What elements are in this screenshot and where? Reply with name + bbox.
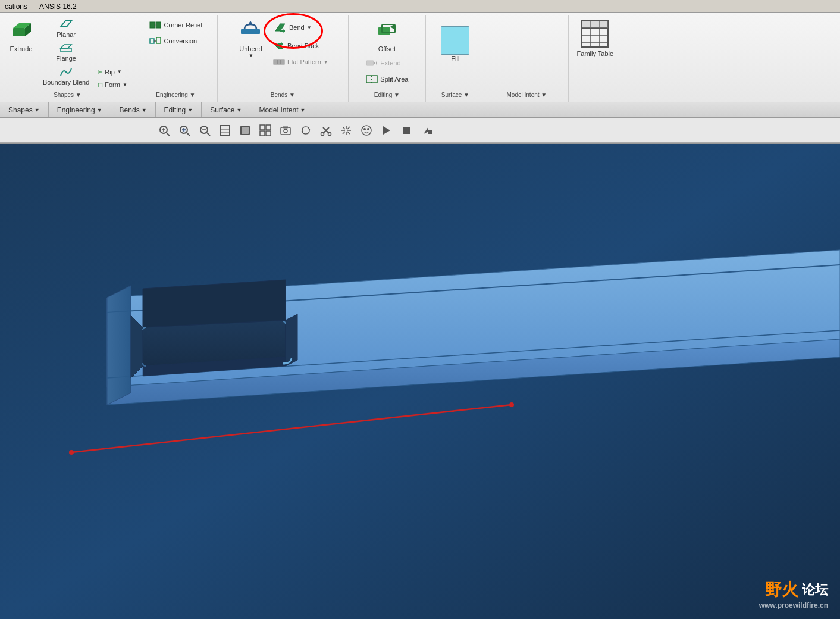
split-area-label: Split Area: [380, 76, 408, 83]
shapes-group: Extrude Planar: [1, 15, 134, 102]
display-style-button[interactable]: [236, 121, 255, 140]
tab-model-intent-arrow: ▼: [300, 107, 306, 113]
arrow-button[interactable]: [418, 121, 437, 140]
unbend-button[interactable]: Unbend ▼: [234, 18, 267, 61]
flange-icon: [59, 43, 73, 55]
zoom-fit-button[interactable]: [155, 121, 174, 140]
svg-marker-23: [390, 24, 394, 29]
boundary-blend-label: Boundary Blend: [43, 79, 89, 86]
analysis-button[interactable]: [357, 121, 376, 140]
editing-group: Offset Extend: [349, 15, 426, 102]
flange-label: Flange: [56, 55, 76, 62]
planar-button[interactable]: Planar: [40, 18, 92, 40]
tab-bends[interactable]: Bends ▼: [111, 102, 156, 117]
zoom-out-button[interactable]: [195, 121, 214, 140]
rip-button[interactable]: ✂ Rip ▼: [95, 67, 130, 78]
extend-button[interactable]: Extend: [362, 56, 411, 71]
corner-relief-button[interactable]: Corner Relief: [146, 18, 205, 33]
view-mode-button[interactable]: [215, 121, 234, 140]
svg-marker-26: [376, 61, 377, 65]
menu-item-ansis[interactable]: ANSIS 16.2: [37, 1, 79, 12]
fill-icon: [441, 26, 469, 55]
extrude-button[interactable]: Extrude: [5, 18, 37, 55]
planar-icon: [59, 20, 73, 31]
engineering-group-label[interactable]: Engineering ▼: [156, 90, 195, 99]
svg-rect-5: [61, 48, 71, 52]
bend-dropdown-icon: ▼: [307, 25, 312, 31]
tab-model-intent[interactable]: Model Intent ▼: [250, 102, 314, 117]
svg-point-65: [328, 132, 331, 135]
offset-label: Offset: [378, 45, 396, 53]
tab-surface-label: Surface: [210, 106, 234, 114]
editing-group-label[interactable]: Editing ▼: [374, 90, 400, 99]
split-area-icon: [365, 74, 378, 85]
toolbar-container: cations ANSIS 16.2 E: [0, 0, 840, 144]
bend-back-button[interactable]: Bend Back: [269, 39, 331, 54]
extend-icon: [365, 58, 378, 69]
play-button[interactable]: [377, 121, 396, 140]
bend-icon: [274, 20, 287, 35]
tab-bends-label: Bends: [120, 106, 140, 114]
editing-col: Offset Extend: [362, 18, 411, 87]
svg-marker-88: [286, 314, 297, 366]
cut-button[interactable]: [316, 121, 336, 140]
svg-rect-48: [220, 126, 230, 135]
flat-pattern-icon: [272, 57, 286, 68]
bend-col: Bend ▼ Bend Back: [269, 18, 331, 70]
tab-surface[interactable]: Surface ▼: [202, 102, 250, 117]
shapes-bottom-col: ✂ Rip ▼ ◻ Form ▼: [95, 67, 130, 90]
menu-item-cations[interactable]: cations: [2, 1, 30, 12]
svg-marker-3: [61, 21, 71, 27]
fill-label: Fill: [451, 55, 459, 62]
bend-back-icon: [272, 40, 286, 52]
svg-rect-18: [274, 60, 284, 64]
model-intent-group-label[interactable]: Model Intent ▼: [507, 90, 547, 99]
svg-point-74: [362, 126, 371, 135]
split-area-button[interactable]: Split Area: [362, 72, 411, 87]
flat-pattern-button[interactable]: Flat Pattern ▼: [269, 55, 331, 70]
tab-shapes[interactable]: Shapes ▼: [0, 102, 49, 117]
boundary-blend-button[interactable]: Boundary Blend: [40, 65, 92, 88]
tab-engineering-arrow: ▼: [97, 107, 102, 113]
stop-button[interactable]: [397, 121, 416, 140]
svg-marker-61: [301, 130, 303, 132]
conversion-icon: [149, 36, 162, 47]
bends-group-label[interactable]: Bends ▼: [271, 90, 295, 99]
svg-line-46: [207, 133, 210, 136]
offset-button[interactable]: Offset: [362, 18, 411, 55]
viewport[interactable]: 野火 论坛 www.proewildfire.cn: [0, 131, 840, 619]
form-button[interactable]: ◻ Form ▼: [95, 79, 130, 90]
surface-group-label[interactable]: Surface ▼: [441, 90, 469, 99]
shapes-small-col: Planar Flange: [40, 18, 92, 89]
bend-button[interactable]: Bend ▼: [269, 18, 331, 37]
rip-label: Rip: [105, 68, 115, 76]
svg-marker-13: [248, 21, 253, 24]
zoom-in-button[interactable]: [175, 121, 194, 140]
explode-button[interactable]: [337, 121, 356, 140]
model-intent-group: Model Intent ▼: [485, 15, 569, 102]
tab-editing[interactable]: Editing ▼: [156, 102, 202, 117]
form-dropdown-icon: ▼: [123, 82, 127, 88]
viewport-svg: [0, 131, 840, 619]
unbend-label: Unbend: [239, 45, 262, 53]
svg-point-44: [182, 128, 186, 132]
tab-shapes-label: Shapes: [8, 106, 33, 114]
svg-point-92: [509, 402, 514, 407]
shapes-group-label[interactable]: Shapes ▼: [54, 90, 82, 99]
fill-button[interactable]: Fill: [438, 18, 472, 71]
svg-line-71: [347, 132, 350, 134]
camera-button[interactable]: [276, 121, 295, 140]
svg-rect-35: [582, 21, 608, 28]
svg-rect-8: [156, 22, 161, 28]
tab-engineering[interactable]: Engineering ▼: [49, 102, 111, 117]
svg-line-37: [167, 133, 170, 136]
shapes-large-col: Extrude: [5, 18, 37, 55]
family-table-button[interactable]: Family Table: [574, 18, 617, 60]
bends-group: Unbend ▼: [218, 15, 349, 102]
conversion-button[interactable]: Conversion: [146, 34, 205, 49]
view-manager-button[interactable]: [256, 121, 275, 140]
rotate-button[interactable]: [296, 121, 315, 140]
svg-marker-77: [383, 126, 390, 135]
engineering-col: Corner Relief Conversion: [146, 18, 205, 49]
flange-button[interactable]: Flange: [40, 42, 92, 64]
